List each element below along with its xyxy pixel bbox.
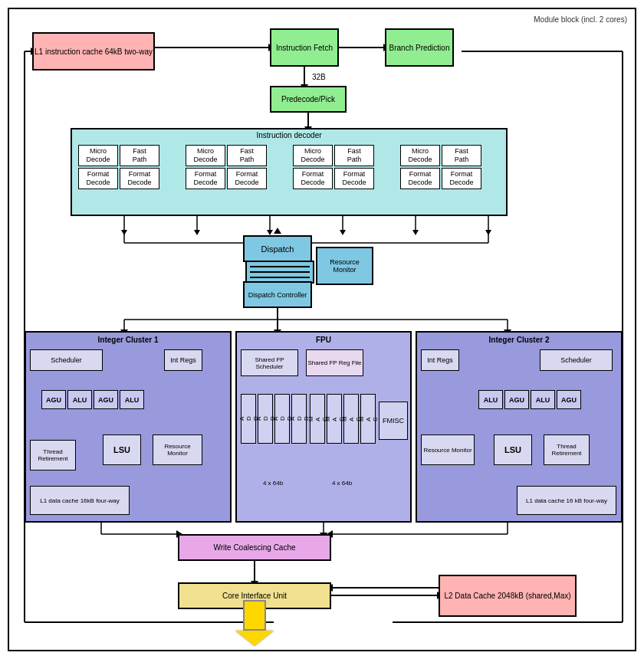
int-regs-1: Int Regs xyxy=(164,349,202,371)
fpu-mac-group: MAC MAC MAC MAC xyxy=(310,394,376,444)
l1-data-2: L1 data cache 16 kB four-way xyxy=(517,486,616,515)
fpu-add-bottom-label: 4 x 64b xyxy=(241,480,305,487)
micro-decode-3: MicroDecode xyxy=(293,145,333,166)
micro-decode-2: MicroDecode xyxy=(186,145,225,166)
alu-1b: ALU xyxy=(120,390,144,409)
fpu-label: FPU xyxy=(316,336,331,344)
format-decode-3a: FormatDecode xyxy=(293,168,333,189)
thread-ret-1: Thread Retirement xyxy=(30,440,76,470)
branch-prediction: Branch Prediction xyxy=(385,28,454,67)
write-coalescing-cache: Write Coalescing Cache xyxy=(178,534,331,561)
agu-alu-row-1: AGU ALU AGU ALU xyxy=(41,390,144,409)
dispatch-queue xyxy=(245,261,314,284)
dispatch-controller: Dispatch Controller xyxy=(243,281,312,308)
svg-text:32B: 32B xyxy=(312,73,326,81)
svg-marker-23 xyxy=(485,230,491,235)
instr-decoder-label: Instruction decoder xyxy=(256,131,321,139)
agu-1a: AGU xyxy=(41,390,66,409)
fast-path-2: FastPath xyxy=(227,145,267,166)
add-1: ADD xyxy=(241,394,256,444)
alu-2a: ALU xyxy=(478,390,503,409)
mac-1: MAC xyxy=(310,394,325,444)
format-decode-1a: FormatDecode xyxy=(78,168,118,189)
decode-group-4: MicroDecode FastPath FormatDecode Format… xyxy=(400,145,481,189)
instruction-decoder: Instruction decoder MicroDecode FastPath… xyxy=(71,128,508,216)
l1-data-1: L1 data cache 16kB four-way xyxy=(30,486,130,515)
agu-2a: AGU xyxy=(504,390,529,409)
scheduler-1: Scheduler xyxy=(30,349,103,371)
format-decode-1b: FormatDecode xyxy=(120,168,159,189)
module-label: Module block (incl. 2 cores) xyxy=(534,15,627,24)
add-4: ADD xyxy=(291,394,307,444)
fast-path-4: FastPath xyxy=(442,145,481,166)
format-decode-4a: FormatDecode xyxy=(400,168,440,189)
format-decode-4b: FormatDecode xyxy=(442,168,481,189)
format-decode-3b: FormatDecode xyxy=(334,168,374,189)
instruction-fetch: Instruction Fetch xyxy=(270,28,339,67)
svg-marker-17 xyxy=(267,230,273,235)
svg-marker-19 xyxy=(340,230,346,235)
integer-cluster-2: Integer Cluster 2 Int Regs Scheduler ALU… xyxy=(416,331,623,523)
res-monitor-2: Resource Monitor xyxy=(421,434,475,465)
shared-fp-reg-file: Shared FP Reg File xyxy=(306,349,363,376)
scheduler-2: Scheduler xyxy=(540,349,613,371)
add-3: ADD xyxy=(274,394,290,444)
decode-group-3: MicroDecode FastPath FormatDecode Format… xyxy=(293,145,374,189)
format-decode-2b: FormatDecode xyxy=(227,168,267,189)
mac-4: MAC xyxy=(360,394,376,444)
lsu-1: LSU xyxy=(103,434,141,465)
arrow-body xyxy=(243,600,266,631)
int-regs-2: Int Regs xyxy=(421,349,459,371)
integer-cluster-1: Integer Cluster 1 Scheduler Int Regs AGU… xyxy=(25,331,232,523)
agu-alu-row-2: ALU AGU ALU AGU xyxy=(478,390,581,409)
micro-decode-4: MicroDecode xyxy=(400,145,440,166)
alu-1a: ALU xyxy=(67,390,92,409)
fpu-add-group: ADD ADD ADD ADD xyxy=(241,394,307,444)
thread-ret-2: Thread Retirement xyxy=(544,434,590,465)
mac-3: MAC xyxy=(343,394,359,444)
svg-marker-13 xyxy=(121,230,127,235)
alu-2b: ALU xyxy=(531,390,555,409)
lsu-2: LSU xyxy=(494,434,532,465)
add-2: ADD xyxy=(258,394,273,444)
svg-marker-21 xyxy=(412,230,419,235)
mac-2: MAC xyxy=(327,394,342,444)
agu-1b: AGU xyxy=(94,390,118,409)
l1-instruction-cache: L1 instruction cache 64kB two-way xyxy=(32,32,155,70)
resource-monitor-dispatch: Resource Monitor xyxy=(316,247,373,285)
format-decode-2a: FormatDecode xyxy=(186,168,225,189)
predecode-pick: Predecode/Pick xyxy=(270,86,347,113)
fmisc: FMISC xyxy=(379,402,408,440)
agu-2b: AGU xyxy=(557,390,581,409)
fpu-block: FPU Shared FP Scheduler Shared FP Reg Fi… xyxy=(235,331,412,523)
system-bus-arrow xyxy=(235,600,274,646)
main-container: Module block (incl. 2 cores) xyxy=(8,8,636,651)
fast-path-1: FastPath xyxy=(120,145,159,166)
decode-group-2: MicroDecode FastPath FormatDecode Format… xyxy=(186,145,267,189)
arrow-head xyxy=(235,631,274,646)
cluster-2-label: Integer Cluster 2 xyxy=(489,336,550,344)
cluster-1-label: Integer Cluster 1 xyxy=(98,336,159,344)
decode-group-1: MicroDecode FastPath FormatDecode Format… xyxy=(78,145,159,189)
svg-marker-29 xyxy=(274,228,281,234)
dispatch-block: Dispatch xyxy=(243,235,312,262)
svg-marker-15 xyxy=(194,230,200,235)
res-monitor-1: Resource Monitor xyxy=(153,434,202,465)
micro-decode-1: MicroDecode xyxy=(78,145,118,166)
l2-data-cache: L2 Data Cache 2048kB (shared,Max) xyxy=(439,575,577,617)
fpu-mac-bottom-label: 4 x 64b xyxy=(310,480,374,487)
fast-path-3: FastPath xyxy=(334,145,374,166)
fpu-scheduler: Shared FP Scheduler xyxy=(241,349,298,376)
